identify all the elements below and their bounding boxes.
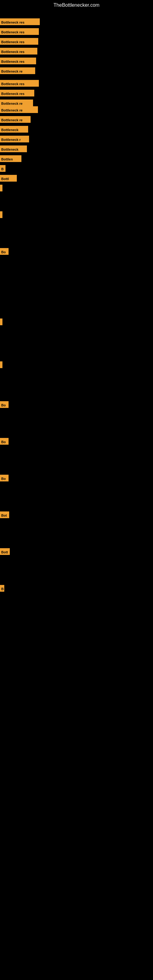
bar-label: Bottleneck res [0,57,36,64]
bar-item: Bottleneck res [0,48,37,54]
bar-item: Bo [0,475,9,481]
bar-label: Bo [0,475,9,481]
bar-item: Bottleneck res [0,38,38,45]
bar-item: Bottleneck re [0,116,30,123]
bar-item: B [0,165,5,172]
bar-label: Bottleneck res [0,90,34,97]
bar-label: Bottleneck re [0,100,33,106]
bar-label: Bottleneck re [0,67,35,74]
bar-label: Bottleneck res [0,28,39,35]
bar-label: Bottleneck re [0,106,38,113]
bar-label [0,318,2,325]
bar-label [0,211,2,218]
bar-item [0,211,2,218]
bar-item: Bottleneck res [0,90,34,97]
bar-label: B [0,165,5,172]
bar-item: Bottlen [0,155,21,162]
bar-label: Bottl [0,175,17,181]
bar-label: Bottleneck r [0,136,29,142]
bar-label: Bottleneck res [0,38,38,45]
bar-item [0,318,2,325]
bar-item: B [0,585,4,592]
bar-item: Bottleneck res [0,18,40,25]
bar-item: Bo [0,248,9,255]
bar-item: Bot [0,511,9,518]
bar-item: Bottleneck res [0,80,39,87]
bar-label: Bottleneck re [0,116,30,123]
bar-item: Bottleneck re [0,67,35,74]
bar-item: Bo [0,438,9,445]
bar-item: Bottleneck [0,126,28,133]
bar-label: Bottleneck res [0,48,37,54]
bar-label: Bott [0,548,10,555]
bar-item: Bo [0,401,9,408]
bar-item: Bottleneck re [0,100,33,106]
bar-label: Bo [0,401,9,408]
bar-label: Bottleneck res [0,18,40,25]
bar-label [0,185,2,191]
bar-item: Bott [0,548,10,555]
bar-label: Bot [0,511,9,518]
bar-label: Bo [0,248,9,255]
bar-label: Bottleneck [0,145,27,152]
site-title: TheBottlenecker.com [0,0,153,9]
bar-label: Bottleneck res [0,80,39,87]
bar-label: Bottleneck [0,126,28,133]
bar-item: Bottleneck res [0,57,36,64]
bar-item: Bottleneck re [0,106,38,113]
bar-item: Bottleneck [0,145,27,152]
bar-label: B [0,585,4,592]
bar-label [0,361,2,368]
bar-label: Bottlen [0,155,21,162]
bar-item [0,361,2,368]
bar-item: Bottl [0,175,17,181]
bar-item: Bottleneck r [0,136,29,142]
bar-item: Bottleneck res [0,28,39,35]
bar-label: Bo [0,438,9,445]
bar-item [0,185,2,191]
